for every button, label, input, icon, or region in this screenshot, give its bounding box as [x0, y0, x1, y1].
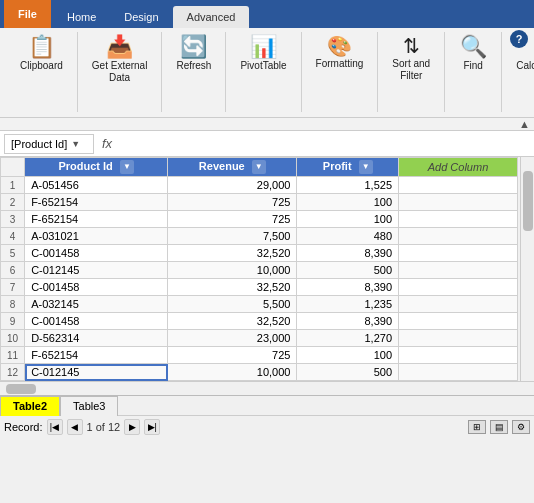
horizontal-scrollbar[interactable]: [0, 381, 534, 395]
table-row: 2F-652154725100: [1, 194, 518, 211]
get-external-icon: 📥: [106, 36, 133, 58]
cell-revenue[interactable]: 725: [168, 194, 297, 211]
formula-input[interactable]: [120, 138, 530, 150]
col-header-add-label: Add Column: [428, 161, 489, 173]
nav-last-button[interactable]: ▶|: [144, 419, 160, 435]
cell-profit[interactable]: 1,525: [297, 177, 399, 194]
tab-home[interactable]: Home: [53, 6, 110, 28]
cell-profit[interactable]: 8,390: [297, 279, 399, 296]
sheet-tab-table3[interactable]: Table3: [60, 396, 118, 416]
cell-product-id[interactable]: C-012145: [25, 364, 168, 381]
cell-profit[interactable]: 8,390: [297, 245, 399, 262]
cell-product-id[interactable]: F-652154: [25, 194, 168, 211]
table-row: 4A-0310217,500480: [1, 228, 518, 245]
col-header-product-id[interactable]: Product Id ▼: [25, 158, 168, 177]
table-row: 10D-56231423,0001,270: [1, 330, 518, 347]
cell-revenue[interactable]: 32,520: [168, 279, 297, 296]
formatting-button[interactable]: 🎨 Formatting: [310, 32, 370, 74]
status-icon-2[interactable]: ▤: [490, 420, 508, 434]
cell-revenue[interactable]: 23,000: [168, 330, 297, 347]
cell-profit[interactable]: 100: [297, 194, 399, 211]
scrollbar-thumb[interactable]: [523, 171, 533, 231]
cell-ref-dropdown-icon[interactable]: ▼: [71, 139, 80, 149]
cell-profit[interactable]: 480: [297, 228, 399, 245]
cell-add-column[interactable]: [399, 330, 518, 347]
clipboard-icon: 📋: [28, 36, 55, 58]
tab-file[interactable]: File: [4, 0, 51, 28]
col-header-revenue[interactable]: Revenue ▼: [168, 158, 297, 177]
row-number: 5: [1, 245, 25, 262]
col-header-profit[interactable]: Profit ▼: [297, 158, 399, 177]
cell-add-column[interactable]: [399, 296, 518, 313]
col-filter-product-id[interactable]: ▼: [120, 160, 134, 174]
cell-product-id[interactable]: A-031021: [25, 228, 168, 245]
col-header-add[interactable]: Add Column: [399, 158, 518, 177]
sheet-tab-table2[interactable]: Table2: [0, 396, 60, 416]
clipboard-button[interactable]: 📋 Clipboard: [14, 32, 69, 76]
cell-revenue[interactable]: 29,000: [168, 177, 297, 194]
formula-bar: [Product Id] ▼ fx: [0, 131, 534, 157]
col-filter-revenue[interactable]: ▼: [252, 160, 266, 174]
find-button[interactable]: 🔍 Find: [453, 32, 493, 76]
cell-revenue[interactable]: 5,500: [168, 296, 297, 313]
cell-add-column[interactable]: [399, 347, 518, 364]
cell-add-column[interactable]: [399, 313, 518, 330]
vertical-scrollbar[interactable]: [520, 157, 534, 381]
ribbon-group-find: 🔍 Find: [445, 32, 502, 112]
get-external-button[interactable]: 📥 Get ExternalData: [86, 32, 154, 88]
cell-revenue[interactable]: 32,520: [168, 313, 297, 330]
cell-profit[interactable]: 100: [297, 211, 399, 228]
cell-profit[interactable]: 1,270: [297, 330, 399, 347]
cell-profit[interactable]: 8,390: [297, 313, 399, 330]
cell-add-column[interactable]: [399, 364, 518, 381]
pivot-table-button[interactable]: 📊 PivotTable: [234, 32, 292, 76]
cell-add-column[interactable]: [399, 262, 518, 279]
cell-profit[interactable]: 500: [297, 262, 399, 279]
tab-advanced[interactable]: Advanced: [173, 6, 250, 28]
cell-revenue[interactable]: 32,520: [168, 245, 297, 262]
refresh-button[interactable]: 🔄 Refresh: [170, 32, 217, 76]
sort-filter-button[interactable]: ⇅ Sort andFilter: [386, 32, 436, 86]
cell-revenue[interactable]: 725: [168, 347, 297, 364]
cell-product-id[interactable]: D-562314: [25, 330, 168, 347]
cell-revenue[interactable]: 7,500: [168, 228, 297, 245]
table-row: 6C-01214510,000500: [1, 262, 518, 279]
cell-add-column[interactable]: [399, 228, 518, 245]
row-number: 9: [1, 313, 25, 330]
cell-add-column[interactable]: [399, 177, 518, 194]
nav-prev-button[interactable]: ◀: [67, 419, 83, 435]
cell-add-column[interactable]: [399, 279, 518, 296]
record-info: 1 of 12: [87, 421, 121, 433]
nav-next-button[interactable]: ▶: [124, 419, 140, 435]
cell-product-id[interactable]: A-051456: [25, 177, 168, 194]
cell-reference-box[interactable]: [Product Id] ▼: [4, 134, 94, 154]
cell-product-id[interactable]: F-652154: [25, 347, 168, 364]
cell-product-id[interactable]: C-001458: [25, 313, 168, 330]
refresh-label: Refresh: [176, 60, 211, 72]
cell-product-id[interactable]: A-032145: [25, 296, 168, 313]
cell-profit[interactable]: 1,235: [297, 296, 399, 313]
row-number: 12: [1, 364, 25, 381]
status-icon-3[interactable]: ⚙: [512, 420, 530, 434]
calculations-label: Calculations: [516, 60, 534, 72]
h-scrollbar-thumb[interactable]: [6, 384, 36, 394]
status-icon-1[interactable]: ⊞: [468, 420, 486, 434]
nav-first-button[interactable]: |◀: [47, 419, 63, 435]
cell-revenue[interactable]: 10,000: [168, 262, 297, 279]
cell-product-id[interactable]: F-652154: [25, 211, 168, 228]
cell-add-column[interactable]: [399, 245, 518, 262]
col-filter-profit[interactable]: ▼: [359, 160, 373, 174]
cell-revenue[interactable]: 10,000: [168, 364, 297, 381]
cell-profit[interactable]: 500: [297, 364, 399, 381]
cell-product-id[interactable]: C-012145: [25, 262, 168, 279]
cell-product-id[interactable]: C-001458: [25, 279, 168, 296]
row-number: 1: [1, 177, 25, 194]
cell-product-id[interactable]: C-001458: [25, 245, 168, 262]
cell-add-column[interactable]: [399, 194, 518, 211]
cell-revenue[interactable]: 725: [168, 211, 297, 228]
ribbon-collapse-icon[interactable]: ▲: [519, 118, 530, 130]
cell-profit[interactable]: 100: [297, 347, 399, 364]
tab-design[interactable]: Design: [110, 6, 172, 28]
cell-add-column[interactable]: [399, 211, 518, 228]
help-button[interactable]: ?: [510, 30, 528, 48]
